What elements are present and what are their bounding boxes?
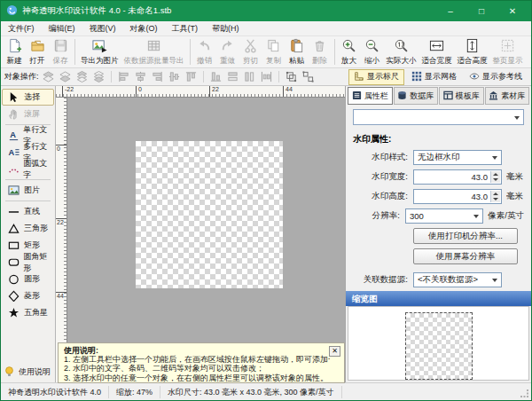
redo-button[interactable]: 重做 (216, 37, 239, 67)
canvas[interactable] (67, 98, 345, 382)
fit-width-button[interactable]: 适合宽度 (419, 37, 455, 67)
toolbar-divider (334, 39, 335, 65)
resize-grip-icon[interactable] (520, 389, 529, 400)
menu-help[interactable]: 帮助(H) (205, 21, 246, 35)
toolbar-divider (190, 39, 191, 65)
tool-arc-text[interactable]: 圆弧文字 (2, 161, 54, 177)
align-hcenter-icon[interactable] (133, 70, 148, 83)
tool-triangle[interactable]: 三角形 (2, 220, 54, 237)
menu-view[interactable]: 视图(V) (82, 21, 123, 35)
show-grid-toggle[interactable]: 显示网格 (406, 69, 462, 85)
use-screen-resolution-button[interactable]: 使用屏幕分辨率 (413, 248, 518, 264)
layer-backward-icon[interactable] (58, 70, 73, 83)
undo-button[interactable]: 撤销 (193, 37, 216, 67)
properties-icon (352, 90, 362, 102)
show-ruler-toggle[interactable]: 显示标尺 (348, 69, 404, 85)
layer-forward-icon[interactable] (41, 70, 56, 83)
fit-height-button[interactable]: 适合高度 (455, 37, 490, 67)
ruler-mark: 22 (56, 218, 67, 226)
align-left-icon[interactable] (116, 70, 131, 83)
menu-edit[interactable]: 编辑(E) (42, 21, 82, 35)
star-icon (7, 307, 20, 318)
tool-rounded-rectangle[interactable]: 圆角矩形 (2, 254, 54, 271)
menu-tools[interactable]: 工具(T) (165, 21, 206, 35)
resolution-combobox[interactable]: 300 (405, 208, 483, 224)
properties-panel: 水印属性: 水印样式: 无边框水印 水印宽度: 43.0 毫米 (346, 105, 531, 287)
menu-file[interactable]: 文件(F) (1, 21, 42, 35)
actual-size-icon (394, 38, 409, 55)
tool-diamond[interactable]: 菱形 (2, 287, 54, 304)
style-combobox[interactable]: 无边框水印 (413, 150, 502, 165)
datasource-row: 关联数据源: <不关联数据源> (353, 272, 524, 287)
watermark-artboard[interactable] (136, 141, 283, 288)
use-printer-resolution-button[interactable]: 使用打印机分辨率... (413, 228, 518, 244)
tool-line[interactable]: 直线 (2, 203, 54, 220)
minimize-icon[interactable]: – (437, 3, 464, 20)
object-toolbar-label: 对象操作: (4, 71, 39, 83)
align-top-icon[interactable] (184, 70, 199, 83)
help-box-close-icon[interactable]: ✕ (329, 346, 340, 357)
toolbar-divider (111, 71, 112, 83)
batch-export-button[interactable]: 依数据源批量导出 (121, 37, 187, 67)
equal-width-icon[interactable] (225, 70, 240, 83)
tool-select[interactable]: 选择 (2, 89, 54, 106)
export-image-button[interactable]: 导出为图片 (78, 37, 121, 67)
tab-materials[interactable]: 素材库 (485, 87, 530, 105)
status-watermark-size: 水印尺寸: 43.0 毫米 x 43.0 毫米, 300 像素/英寸 (160, 386, 342, 398)
multi-line-text-icon: A (7, 146, 20, 158)
open-folder-icon (30, 38, 45, 55)
zoom-in-button[interactable]: 放大 (338, 37, 361, 67)
maximize-icon[interactable]: □ (468, 3, 495, 20)
tab-properties[interactable]: 属性栏 (348, 87, 393, 105)
tab-database[interactable]: 数据库 (394, 87, 439, 105)
align-bottom-icon[interactable] (208, 70, 223, 83)
equal-height-icon[interactable] (242, 70, 257, 83)
tool-image[interactable]: 图片 (2, 182, 54, 199)
width-unit: 毫米 (506, 171, 523, 183)
ruler-mark: 22 (209, 86, 219, 98)
tool-star[interactable]: 五角星 (2, 304, 54, 321)
layer-back-icon[interactable] (91, 70, 106, 83)
actual-size-button[interactable]: 实际大小 (384, 37, 419, 67)
copy-button[interactable]: 复制 (262, 37, 286, 67)
whole-page-button[interactable]: 整页显示 (490, 37, 526, 67)
titlebar: 神奇透明水印设计软件 4.0 - 未命名1.stb – □ ✕ (1, 1, 531, 21)
delete-button[interactable]: 删除 (309, 37, 332, 67)
palette-divider (5, 200, 51, 201)
open-button[interactable]: 打开 (26, 37, 49, 67)
whole-page-icon (500, 38, 515, 55)
layer-front-icon[interactable] (74, 70, 90, 83)
show-guides-toggle[interactable]: 显示参考线 (464, 69, 528, 85)
line-icon (7, 206, 20, 217)
align-vcenter-icon[interactable] (167, 70, 182, 83)
save-button[interactable]: 保存 (49, 37, 72, 67)
equal-spacing-icon[interactable] (259, 70, 274, 83)
cut-button[interactable]: 剪切 (239, 37, 262, 67)
usage-help-button[interactable]: 使用说明 (4, 366, 52, 379)
zoom-out-button[interactable]: 缩小 (361, 37, 384, 67)
ruler-icon (354, 71, 364, 83)
tool-pan[interactable]: 滚屏 (2, 106, 54, 122)
group-icon[interactable] (284, 70, 299, 83)
datasource-combobox[interactable]: <不关联数据源> (413, 272, 502, 287)
close-icon[interactable]: ✕ (499, 3, 526, 20)
object-selector-combobox[interactable] (353, 109, 524, 125)
app-logo-icon (6, 4, 18, 20)
new-button[interactable]: 新建 (3, 37, 26, 67)
chevron-down-icon (473, 215, 479, 218)
help-box-line: 2. 水印中的文字、条码、二维码等对象均可以双击修改； (64, 364, 330, 373)
height-spinner[interactable]: 43.0 (413, 189, 502, 204)
tab-templates[interactable]: 模板库 (439, 87, 484, 105)
select-cursor-icon (7, 91, 20, 103)
spinner-arrows-icon[interactable] (490, 191, 500, 202)
help-box-line: 1. 左侧工具栏中选择一个功能后，在画布区域按住鼠标左键拖动，即可添加一个对象； (64, 355, 330, 364)
ungroup-icon[interactable] (301, 70, 316, 83)
circle-icon (7, 273, 20, 285)
align-right-icon[interactable] (150, 70, 165, 83)
zoom-out-icon (364, 38, 379, 55)
paste-button[interactable]: 粘贴 (286, 37, 309, 67)
resolution-unit: 像素/英寸 (488, 210, 524, 222)
width-spinner[interactable]: 43.0 (413, 169, 502, 185)
spinner-arrows-icon[interactable] (490, 171, 500, 183)
menu-object[interactable]: 对象(O) (123, 21, 165, 35)
